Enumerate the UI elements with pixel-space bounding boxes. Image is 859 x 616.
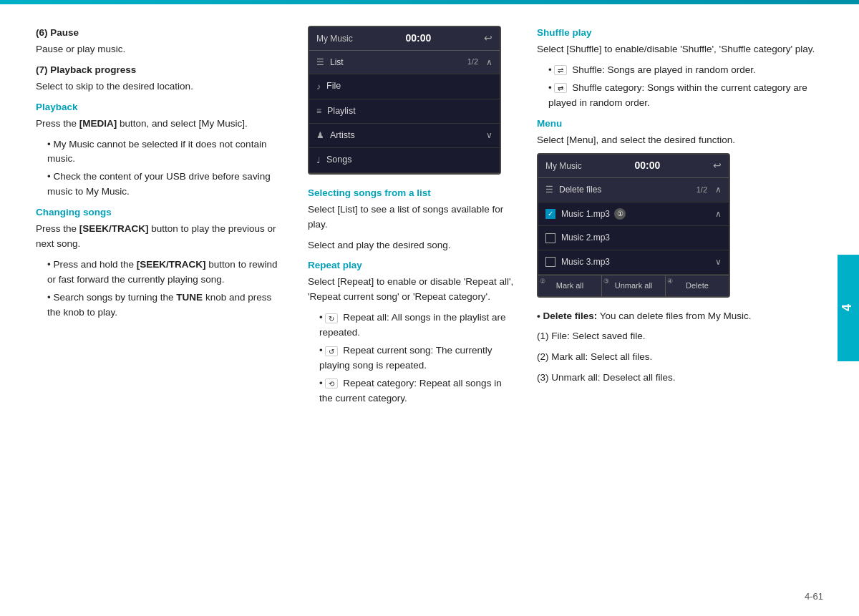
file-icon: ♪ bbox=[316, 80, 321, 94]
selecting-body2: Select and play the desired song. bbox=[308, 238, 515, 253]
music1-label: Music 1.mp3 bbox=[561, 207, 610, 221]
num-circle-1: ① bbox=[614, 208, 626, 220]
shuffle-bullet1: ⇌ Shuffle: Songs are played in random or… bbox=[547, 63, 823, 78]
bullet4: Search songs by turning the TUNE knob an… bbox=[46, 290, 286, 321]
section6-title: (6) Pause bbox=[36, 26, 286, 41]
screen1-time: 00:00 bbox=[405, 31, 431, 47]
screen1-row5: ♩ Songs bbox=[309, 148, 500, 172]
screen1-title: My Music bbox=[316, 32, 353, 46]
checkbox2 bbox=[545, 233, 555, 243]
selecting-title: Selecting songs from a list bbox=[308, 186, 515, 201]
sidebar-number: 4 bbox=[840, 304, 855, 311]
changing-title: Changing songs bbox=[36, 205, 286, 220]
shuffle-bullets: ⇌ Shuffle: Songs are played in random or… bbox=[547, 63, 823, 111]
shuffle-body: Select [Shuffle] to enable/disable 'Shuf… bbox=[537, 42, 823, 57]
menu-title: Menu bbox=[537, 117, 823, 132]
sidebar-label: Multimedia System bbox=[825, 269, 834, 348]
unmark-label: (3) Unmark all: Deselect all files. bbox=[537, 371, 823, 386]
repeat-one-icon: ↺ bbox=[325, 346, 338, 356]
right-column: Shuffle play Select [Shuffle] to enable/… bbox=[537, 26, 823, 584]
checkbox1: ✓ bbox=[545, 209, 555, 219]
bullet1: My Music cannot be selected if it does n… bbox=[46, 137, 286, 167]
checkbox3 bbox=[545, 257, 555, 267]
delete-body: • Delete files: You can delete files fro… bbox=[537, 309, 823, 324]
btn-num-2: ② bbox=[540, 277, 545, 287]
playback-body: Press the [MEDIA] button, and select [My… bbox=[36, 117, 286, 132]
screen1-row1: ☰ List 1/2 ∧ bbox=[309, 51, 500, 75]
repeat-cat-icon: ⟲ bbox=[325, 378, 338, 388]
down-arrow: ∨ bbox=[486, 129, 492, 142]
left-column: (6) Pause Pause or play music. (7) Playb… bbox=[36, 26, 308, 584]
playback-title: Playback bbox=[36, 100, 286, 115]
shuffle-cat-icon: ⇄ bbox=[554, 83, 567, 93]
screen1-file-label: File bbox=[326, 79, 341, 93]
screen2-delete-label: Delete files bbox=[559, 183, 601, 197]
screen2-header: My Music 00:00 ↩ bbox=[538, 155, 729, 178]
screen1-back: ↩ bbox=[484, 31, 492, 47]
shuffle-title: Shuffle play bbox=[537, 26, 823, 41]
repeat-body1: Select [Repeat] to enable or disable 'Re… bbox=[308, 275, 515, 305]
screen2-back: ↩ bbox=[713, 158, 722, 174]
page-number: 4-61 bbox=[805, 591, 823, 602]
screen2-scroll-up: ∧ bbox=[715, 207, 722, 221]
repeat-bullet1: ↻ Repeat all: All songs in the playlist … bbox=[318, 311, 515, 341]
playback-bullets: My Music cannot be selected if it does n… bbox=[46, 137, 286, 200]
screen1-row3: ≡ Playlist bbox=[309, 99, 500, 124]
mark-label: (2) Mark all: Select all files. bbox=[537, 350, 823, 365]
shuffle-icon: ⇌ bbox=[554, 65, 567, 75]
sidebar-tab: 4 Multimedia System bbox=[838, 255, 859, 362]
up-arrow: ∧ bbox=[486, 56, 492, 69]
delete-list-icon: ☰ bbox=[545, 183, 553, 197]
repeat-bullet2: ↺ Repeat current song: The currently pla… bbox=[318, 343, 515, 373]
repeat-bullets: ↻ Repeat all: All songs in the playlist … bbox=[318, 311, 515, 406]
btn-num-3: ③ bbox=[603, 277, 609, 287]
screen1-row4: ♟ Artists ∨ bbox=[309, 124, 500, 148]
screen2-page-num: 1/2 bbox=[697, 184, 707, 196]
repeat-all-icon: ↻ bbox=[325, 313, 338, 323]
screen1-row2: ♪ File bbox=[309, 74, 500, 99]
screen2-row2: Music 2.mp3 bbox=[538, 226, 729, 250]
screen2-bottom-bar: ② Mark all ③ Unmark all ④ Delete bbox=[538, 275, 729, 296]
screen2-time: 00:00 bbox=[634, 158, 660, 174]
bullet3: Press and hold the [SEEK/TRACK] button t… bbox=[46, 258, 286, 288]
screen2-title: My Music bbox=[545, 160, 582, 173]
unmark-all-btn[interactable]: ③ Unmark all bbox=[602, 275, 666, 296]
page-num-1: 1/2 bbox=[467, 56, 478, 68]
selecting-body1: Select [List] to see a list of songs ava… bbox=[308, 202, 515, 233]
section6-body: Pause or play music. bbox=[36, 42, 286, 57]
screen1-list-label: List bbox=[330, 56, 344, 69]
changing-body1: Press the [SEEK/TRACK] button to play th… bbox=[36, 222, 286, 252]
delete-btn[interactable]: ④ Delete bbox=[666, 275, 729, 296]
mark-all-btn[interactable]: ② Mark all bbox=[538, 275, 602, 296]
screen2-up-arrow: ∧ bbox=[715, 183, 722, 197]
mid-column: My Music 00:00 ↩ ☰ List 1/2 ∧ ♪ File ≡ P… bbox=[308, 26, 537, 584]
section7-body: Select to skip to the desired location. bbox=[36, 79, 286, 94]
screen1-header: My Music 00:00 ↩ bbox=[309, 27, 500, 51]
file-label: (1) File: Select saved file. bbox=[537, 329, 823, 344]
music3-label: Music 3.mp3 bbox=[561, 255, 610, 269]
artists-icon: ♟ bbox=[316, 129, 324, 142]
music2-label: Music 2.mp3 bbox=[561, 231, 610, 245]
playlist-icon: ≡ bbox=[316, 104, 321, 118]
screen-mockup-2: My Music 00:00 ↩ ☰ Delete files 1/2 ∧ ✓ … bbox=[537, 153, 730, 297]
songs-icon: ♩ bbox=[316, 154, 321, 167]
repeat-title: Repeat play bbox=[308, 258, 515, 273]
screen1-songs-label: Songs bbox=[326, 153, 351, 167]
bullet2: Check the content of your USB drive befo… bbox=[46, 170, 286, 200]
screen2-delete-header: ☰ Delete files 1/2 ∧ bbox=[538, 178, 729, 202]
menu-body: Select [Menu], and select the desired fu… bbox=[537, 133, 823, 148]
btn-num-4: ④ bbox=[667, 277, 673, 287]
list-icon: ☰ bbox=[316, 56, 324, 69]
shuffle-bullet2: ⇄ Shuffle category: Songs within the cur… bbox=[547, 81, 823, 111]
screen-mockup-1: My Music 00:00 ↩ ☰ List 1/2 ∧ ♪ File ≡ P… bbox=[308, 26, 501, 175]
section7-title: (7) Playback progress bbox=[36, 63, 286, 78]
screen2-scroll-down: ∨ bbox=[715, 255, 722, 269]
screen2-row1: ✓ Music 1.mp3 ① ∧ bbox=[538, 202, 729, 227]
screen2-row3: Music 3.mp3 ∨ bbox=[538, 250, 729, 275]
repeat-bullet3: ⟲ Repeat category: Repeat all songs in t… bbox=[318, 376, 515, 406]
screen1-playlist-label: Playlist bbox=[327, 104, 356, 118]
changing-bullets: Press and hold the [SEEK/TRACK] button t… bbox=[46, 258, 286, 321]
screen1-artists-label: Artists bbox=[330, 129, 355, 142]
page-footer: 4-61 bbox=[36, 584, 823, 602]
